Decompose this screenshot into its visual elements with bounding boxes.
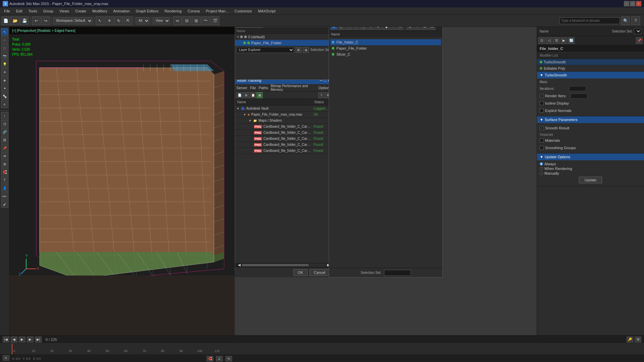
ok-button[interactable]: OK bbox=[293, 269, 308, 276]
scene-row-paperfolder[interactable]: Paper_File_Folder bbox=[330, 45, 441, 51]
menu-graph-editors[interactable]: Graph Editors bbox=[133, 8, 161, 14]
toolbar-new[interactable]: 📄 bbox=[1, 16, 10, 25]
tool-link[interactable]: 🔗 bbox=[1, 128, 8, 135]
footer-btn1[interactable]: ⊞ bbox=[296, 47, 302, 53]
toolbar-curve[interactable]: 〜 bbox=[201, 16, 210, 25]
tool-array[interactable]: ⊞ bbox=[1, 160, 8, 168]
tool-particle[interactable]: ✦ bbox=[1, 84, 8, 92]
toolbar-mirror[interactable]: ⇔ bbox=[173, 16, 182, 25]
tool-select-obj[interactable]: ↖ bbox=[1, 28, 8, 36]
scroll-thumb[interactable] bbox=[242, 264, 309, 266]
materials-check[interactable]: ✓ bbox=[540, 138, 544, 142]
menu-edit[interactable]: Edit bbox=[13, 8, 25, 14]
menu-create[interactable]: Create bbox=[72, 8, 89, 14]
smooth-result-check[interactable]: ✓ bbox=[540, 126, 544, 130]
footer-btn2[interactable]: ◈ bbox=[303, 47, 309, 53]
rp-btn2[interactable]: ◁ bbox=[546, 37, 552, 44]
tool-bones[interactable]: 🦴 bbox=[1, 93, 8, 100]
close-button[interactable]: ✕ bbox=[636, 1, 641, 6]
title-bar-controls[interactable]: ─ □ ✕ bbox=[624, 1, 641, 6]
tool-ribbon[interactable]: ≡ bbox=[1, 101, 8, 108]
timeline-next-frame-btn[interactable]: ▶ bbox=[27, 337, 34, 343]
toolbar-align[interactable]: ⊟ bbox=[182, 16, 191, 25]
surface-params-section-header[interactable]: ▼ Surface Parameters bbox=[537, 116, 644, 123]
workspace-select[interactable]: Workspace: Default bbox=[53, 17, 93, 24]
asset-help-btn[interactable]: ? bbox=[318, 92, 324, 98]
modifier-editable-poly[interactable]: Editable Poly bbox=[537, 65, 644, 72]
timeline-key-btn[interactable]: 🔑 bbox=[627, 337, 633, 343]
asset-row-normal[interactable]: PNG Cardboard_file_folder_C_Carton_Norma… bbox=[235, 142, 332, 148]
turbosmooth-section-header[interactable]: ▼ TurboSmooth bbox=[537, 72, 644, 79]
modifier-list-text[interactable]: Modifier List bbox=[540, 54, 558, 57]
toolbar-redo[interactable]: ↪ bbox=[41, 16, 50, 25]
layer-explorer-select[interactable]: Layer Explorer bbox=[236, 47, 294, 53]
search-input[interactable] bbox=[559, 17, 620, 24]
toolbar-layer[interactable]: ⊞ bbox=[192, 16, 201, 25]
render-iters-input[interactable]: 2 bbox=[571, 94, 587, 99]
tool-mirror2[interactable]: ⇌ bbox=[1, 152, 8, 160]
selection-set-right-select[interactable] bbox=[634, 28, 641, 34]
smooth-result-checkbox[interactable]: ✓ Smooth Result bbox=[540, 126, 569, 130]
tree-layer-0[interactable]: ▼ 0 (default) bbox=[235, 34, 332, 40]
asset-row-fresnel[interactable]: PNG Cardboard_file_folder_C_Carton_Fresn… bbox=[235, 130, 332, 136]
view-select[interactable]: View bbox=[153, 17, 170, 24]
rp-btn1[interactable]: ⊡ bbox=[538, 37, 545, 44]
update-button[interactable]: Update bbox=[579, 177, 602, 183]
asset-btn4[interactable]: ▦ bbox=[257, 92, 263, 98]
asset-row-max[interactable]: ▼ ■ Paper_File_Folder_max_vray.max Ok bbox=[235, 112, 332, 118]
timeline-settings-btn[interactable]: ⚙ bbox=[635, 337, 641, 343]
tool-geom[interactable]: □ bbox=[1, 44, 8, 52]
toolbar-select[interactable]: ↖ bbox=[96, 16, 104, 25]
tool-biped[interactable]: 👤 bbox=[1, 184, 8, 192]
timeline-prev-btn[interactable]: |◀ bbox=[3, 337, 9, 343]
toolbar-save[interactable]: 💾 bbox=[20, 16, 29, 25]
toolbar-search[interactable]: 🔍 bbox=[621, 16, 630, 25]
tool-shape[interactable]: ○ bbox=[1, 36, 8, 44]
asset-row-specular[interactable]: PNG Cardboard_file_folder_C_Carton_Specu… bbox=[235, 148, 332, 154]
menu-rendering[interactable]: Rendering bbox=[162, 8, 184, 14]
modifier-turbosmooth[interactable]: TurboSmooth bbox=[537, 59, 644, 65]
asset-row-vault[interactable]: ▼ Autodesk Vault Logged... bbox=[235, 106, 332, 112]
scene-row-filefolder[interactable]: File_folder_C bbox=[330, 39, 441, 45]
timeline-prev-frame-btn[interactable]: ◀ bbox=[11, 337, 17, 343]
asset-menu-file[interactable]: File bbox=[250, 86, 256, 90]
menu-project[interactable]: Project Man... bbox=[203, 8, 231, 14]
menu-animation[interactable]: Animation bbox=[111, 8, 132, 14]
always-radio[interactable] bbox=[540, 162, 543, 166]
minimize-button[interactable]: ─ bbox=[624, 1, 629, 6]
cancel-button[interactable]: Cancel bbox=[310, 269, 330, 276]
toolbar-scale[interactable]: ⇱ bbox=[124, 16, 132, 25]
menu-views[interactable]: Views bbox=[57, 8, 72, 14]
menu-customize[interactable]: Customize bbox=[232, 8, 255, 14]
manually-radio[interactable] bbox=[540, 172, 543, 175]
toolbar-open[interactable]: 📂 bbox=[11, 16, 19, 25]
tool-helper[interactable]: ✛ bbox=[1, 68, 8, 76]
render-iters-checkbox[interactable]: ✓ Render Iters: bbox=[540, 94, 567, 98]
tool-paint[interactable]: 🖌 bbox=[1, 200, 8, 208]
tool-space[interactable]: ◈ bbox=[1, 76, 8, 84]
smoothing-groups-check[interactable]: ✓ bbox=[540, 146, 544, 150]
asset-btn1[interactable]: 📄 bbox=[236, 92, 243, 98]
asset-menu-paths[interactable]: Paths bbox=[259, 86, 268, 90]
asset-row-diffuse[interactable]: PNG Cardboard_file_folder_C_Carton_Diffu… bbox=[235, 124, 332, 130]
tool-text[interactable]: T bbox=[1, 176, 8, 184]
timeline-track[interactable]: 0 10 20 30 40 50 60 70 80 90 100 110 bbox=[0, 344, 644, 354]
render-iters-check[interactable]: ✓ bbox=[540, 94, 544, 98]
scroll-left-btn[interactable]: ◀ bbox=[238, 263, 240, 267]
scroll-track[interactable] bbox=[242, 264, 326, 266]
horizontal-scrollbar[interactable]: ◀ ▶ bbox=[235, 262, 332, 267]
filter-select[interactable]: All bbox=[136, 17, 150, 24]
name-col-header[interactable]: Name bbox=[235, 100, 312, 104]
menu-corona[interactable]: Corona bbox=[185, 8, 202, 14]
menu-maxscript[interactable]: MAXScript bbox=[255, 8, 278, 14]
toolbar-undo[interactable]: ↩ bbox=[32, 16, 41, 25]
smoothing-groups-checkbox[interactable]: ✓ Smoothing Groups bbox=[540, 146, 576, 150]
rp-btn4[interactable]: ▶ bbox=[560, 37, 567, 44]
rp-btn5[interactable]: 🔄 bbox=[568, 37, 575, 44]
angle-snap-toggle[interactable]: ∠ bbox=[216, 356, 223, 361]
snap-toggle[interactable]: 🧲 bbox=[207, 356, 213, 361]
asset-btn2[interactable]: ⊞ bbox=[243, 92, 249, 98]
asset-row-glossines[interactable]: PNG Cardboard_file_folder_C_Carton_Gloss… bbox=[235, 136, 332, 142]
tool-light[interactable]: 💡 bbox=[1, 60, 8, 68]
isoline-checkbox[interactable]: ✓ Isoline Display bbox=[540, 101, 569, 105]
